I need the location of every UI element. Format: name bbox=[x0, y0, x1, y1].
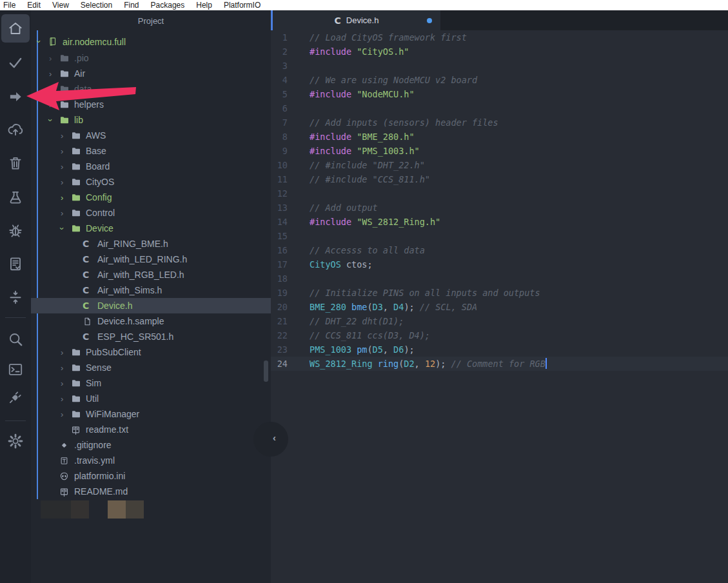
chevron-right-icon[interactable]: › bbox=[61, 363, 71, 373]
code-line-22[interactable]: 22// CCS_811 ccs(D3, D4); bbox=[271, 328, 728, 342]
menu-item-view[interactable]: View bbox=[46, 0, 75, 10]
tree-item-pubsubclient[interactable]: ›PubSubClient bbox=[31, 344, 271, 360]
folder-icon bbox=[59, 115, 72, 125]
upload-arrow-button[interactable] bbox=[1, 83, 30, 111]
chevron-down-icon[interactable]: › bbox=[49, 115, 59, 125]
tree-item-util[interactable]: ›Util bbox=[31, 391, 271, 406]
tree-item-cityos[interactable]: ›CityOS bbox=[31, 174, 271, 190]
code-line-1[interactable]: 1// Load CityOS framework first bbox=[271, 30, 728, 44]
tree-item-device[interactable]: ›Device bbox=[31, 221, 271, 236]
menu-item-packages[interactable]: Packages bbox=[145, 0, 191, 10]
chevron-right-icon[interactable]: › bbox=[61, 162, 71, 172]
tree-item-readme-md[interactable]: README.md bbox=[31, 484, 271, 499]
tree-item--travis-yml[interactable]: .travis.yml bbox=[31, 453, 271, 468]
tree-item-air-ring-bme-h[interactable]: CAir_RING_BME.h bbox=[31, 236, 271, 252]
settings-gear-button[interactable] bbox=[1, 427, 30, 455]
tree-item-air[interactable]: ›Air bbox=[31, 66, 271, 81]
tree-item-readme-txt[interactable]: readme.txt bbox=[31, 422, 271, 437]
tree-item--gitignore[interactable]: .gitignore bbox=[31, 437, 271, 453]
code-line-20[interactable]: 20BME_280 bme(D3, D4); // SCL, SDA bbox=[271, 300, 728, 314]
tree-item-air-with-sims-h[interactable]: CAir_with_Sims.h bbox=[31, 282, 271, 298]
code-editor[interactable]: 1// Load CityOS framework first2#include… bbox=[271, 30, 728, 583]
code-line-13[interactable]: 13// Add output bbox=[271, 201, 728, 215]
tree-item--pio[interactable]: ›.pio bbox=[31, 50, 271, 66]
code-line-9[interactable]: 9#include "PMS_1003.h" bbox=[271, 144, 728, 158]
chevron-right-icon[interactable]: › bbox=[61, 394, 71, 404]
code-line-10[interactable]: 10// #include "DHT_22.h" bbox=[271, 158, 728, 172]
code-line-7[interactable]: 7// Add inputs (sensors) header files bbox=[271, 115, 728, 130]
remote-upload-cloud-button[interactable] bbox=[1, 115, 30, 144]
chevron-down-icon[interactable]: › bbox=[61, 224, 71, 233]
code-line-3[interactable]: 3 bbox=[271, 59, 728, 73]
tree-item-aws[interactable]: ›AWS bbox=[31, 128, 271, 143]
tree-item-lib[interactable]: ›lib bbox=[31, 112, 271, 128]
tree-item-base[interactable]: ›Base bbox=[31, 143, 271, 159]
tree-item-control[interactable]: ›Control bbox=[31, 205, 271, 221]
home-button[interactable] bbox=[1, 14, 30, 43]
code-line-8[interactable]: 8#include "BME_280.h" bbox=[271, 130, 728, 144]
chevron-right-icon[interactable]: › bbox=[61, 131, 71, 141]
code-line-17[interactable]: 17CityOS ctos; bbox=[271, 257, 728, 272]
chevron-right-icon[interactable]: › bbox=[61, 208, 71, 218]
chevron-right-icon[interactable]: › bbox=[61, 348, 71, 357]
menu-bar: FileEditViewSelectionFindPackagesHelpPla… bbox=[0, 0, 728, 10]
code-line-11[interactable]: 11// #include "CCS_811.h" bbox=[271, 172, 728, 186]
tree-item-device-h[interactable]: CDevice.h bbox=[31, 298, 271, 313]
serial-monitor-plug-button[interactable] bbox=[1, 383, 30, 411]
code-line-15[interactable]: 15 bbox=[271, 229, 728, 243]
chevron-down-icon[interactable]: › bbox=[37, 37, 48, 46]
chevron-right-icon[interactable]: › bbox=[61, 410, 71, 419]
chevron-right-icon[interactable]: › bbox=[49, 84, 59, 94]
code-line-19[interactable]: 19// Initialize PINS on all inputs and o… bbox=[271, 286, 728, 300]
code-line-2[interactable]: 2#include "CityOS.h" bbox=[271, 44, 728, 59]
chevron-right-icon[interactable]: › bbox=[61, 146, 71, 156]
tree-item-config[interactable]: ›Config bbox=[31, 190, 271, 205]
clean-trash-button[interactable] bbox=[1, 149, 30, 177]
chevron-right-icon[interactable]: › bbox=[49, 69, 59, 79]
chevron-right-icon[interactable]: › bbox=[61, 193, 71, 203]
code-line-14[interactable]: 14#include "WS_2812_Ring.h" bbox=[271, 215, 728, 229]
debug-bug-button[interactable] bbox=[1, 216, 30, 244]
find-search-button[interactable] bbox=[1, 325, 30, 353]
code-line-16[interactable]: 16// Accesss to all data bbox=[271, 243, 728, 257]
menu-item-file[interactable]: File bbox=[0, 0, 21, 10]
menu-item-selection[interactable]: Selection bbox=[75, 0, 118, 10]
tree-item-platformio-ini[interactable]: platformio.ini bbox=[31, 468, 271, 484]
tree-item-air-nodemcu-full[interactable]: ›air.nodemcu.full bbox=[31, 33, 271, 50]
tree-item-esp-hc-sr501-h[interactable]: CESP_HC_SR501.h bbox=[31, 329, 271, 344]
tree-item-sense[interactable]: ›Sense bbox=[31, 360, 271, 375]
build-check-button[interactable] bbox=[1, 48, 30, 77]
run-tasks-button[interactable] bbox=[1, 250, 30, 278]
minimize-compress-button[interactable] bbox=[1, 283, 30, 311]
menu-item-edit[interactable]: Edit bbox=[21, 0, 46, 10]
tree-item-air-with-led-ring-h[interactable]: CAir_with_LED_RING.h bbox=[31, 252, 271, 267]
modified-dot-icon[interactable] bbox=[427, 18, 432, 23]
menu-item-help[interactable]: Help bbox=[190, 0, 218, 10]
test-flask-button[interactable] bbox=[1, 183, 30, 212]
chevron-right-icon[interactable]: › bbox=[49, 54, 59, 63]
chevron-right-icon[interactable]: › bbox=[61, 177, 71, 187]
code-line-18[interactable]: 18 bbox=[271, 272, 728, 286]
chevron-right-icon[interactable]: › bbox=[49, 100, 59, 110]
code-line-4[interactable]: 4// We are using NodeMCU v2 board bbox=[271, 73, 728, 87]
terminal-button[interactable] bbox=[1, 355, 30, 384]
menu-item-platformio[interactable]: PlatformIO bbox=[218, 0, 266, 10]
chevron-right-icon[interactable]: › bbox=[61, 379, 71, 388]
tree-item-data[interactable]: ›data bbox=[31, 81, 271, 97]
code-line-12[interactable]: 12 bbox=[271, 186, 728, 201]
tree-item-helpers[interactable]: ›helpers bbox=[31, 97, 271, 112]
tree-item-sim[interactable]: ›Sim bbox=[31, 375, 271, 391]
menu-item-find[interactable]: Find bbox=[118, 0, 144, 10]
code-line-5[interactable]: 5#include "NodeMCU.h" bbox=[271, 87, 728, 101]
tree-scrollbar-thumb[interactable] bbox=[264, 361, 268, 382]
tree-item-board[interactable]: ›Board bbox=[31, 159, 271, 174]
code-line-23[interactable]: 23PMS_1003 pm(D5, D6); bbox=[271, 342, 728, 357]
tab-device-h[interactable]: C Device.h bbox=[273, 10, 440, 30]
tree-item-device-h-sample[interactable]: Device.h.sample bbox=[31, 313, 271, 329]
tree-collapse-handle[interactable]: ‹ bbox=[253, 422, 288, 457]
tree-item-wifimanager[interactable]: ›WiFiManager bbox=[31, 406, 271, 422]
tree-item-air-with-rgb-led-h[interactable]: CAir_with_RGB_LED.h bbox=[31, 267, 271, 282]
code-line-24[interactable]: 24WS_2812_Ring ring(D2, 12); // Comment … bbox=[271, 357, 728, 371]
code-line-21[interactable]: 21// DHT_22 dht(D1); bbox=[271, 314, 728, 328]
code-line-6[interactable]: 6 bbox=[271, 101, 728, 115]
